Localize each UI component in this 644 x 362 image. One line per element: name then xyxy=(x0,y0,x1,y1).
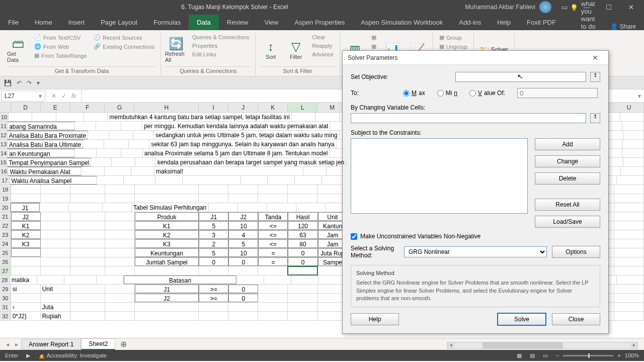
tab-aspen-sim[interactable]: Aspen Simulation Workbook xyxy=(353,15,451,30)
tab-help[interactable]: Help xyxy=(489,15,519,30)
accessibility[interactable]: 🙍 Accessibility: Investigate xyxy=(38,352,107,359)
tab-aspen-properties[interactable]: Aspen Properties xyxy=(286,15,353,30)
col-U[interactable]: U xyxy=(614,103,644,112)
solve-button[interactable]: Solve xyxy=(498,313,546,325)
filter-button[interactable]: ▽Filter xyxy=(285,33,307,66)
dialog-titlebar[interactable]: Solver Parameters ✕ xyxy=(343,51,608,65)
make-unconstrained-checkbox[interactable]: Make Unconstrained Variables Non-Negativ… xyxy=(351,233,600,240)
flash-fill[interactable]: ▦ xyxy=(369,33,378,42)
hscroll[interactable]: ◂▸ xyxy=(132,340,641,349)
delete-button[interactable]: Delete xyxy=(535,172,600,185)
options-button[interactable]: Options xyxy=(552,246,600,258)
col-G[interactable]: G xyxy=(105,103,134,112)
tab-review[interactable]: Review xyxy=(219,15,257,30)
sheet-tab-sheet2[interactable]: Sheet2 xyxy=(81,338,115,350)
close-button[interactable]: Close xyxy=(552,313,600,325)
objective-input[interactable] xyxy=(455,72,586,82)
tab-view[interactable]: View xyxy=(256,15,286,30)
tab-foxit[interactable]: Foxit PDF xyxy=(519,15,564,30)
chevron-down-icon[interactable]: ▾ xyxy=(39,93,42,100)
sort-button[interactable]: ↕Sort xyxy=(260,33,282,66)
scroll-thumb[interactable] xyxy=(482,342,563,348)
select-all[interactable] xyxy=(0,103,11,112)
zoom-level[interactable]: 100% xyxy=(625,352,639,358)
col-J[interactable]: J xyxy=(228,103,258,112)
col-F[interactable]: F xyxy=(70,103,105,112)
fx-icon[interactable]: fx xyxy=(71,93,76,100)
add-button[interactable]: Add xyxy=(535,138,600,150)
col-L[interactable]: L xyxy=(288,103,317,112)
scroll-left-icon[interactable]: ◂ xyxy=(447,342,454,348)
conn-icon: 🔗 xyxy=(94,43,101,50)
col-H[interactable]: H xyxy=(134,103,199,112)
avatar[interactable] xyxy=(539,1,551,13)
col-E[interactable]: E xyxy=(41,103,70,112)
share-button[interactable]: 👤Share xyxy=(602,23,644,30)
col-K[interactable]: K xyxy=(258,103,288,112)
zoom-in-icon[interactable]: + xyxy=(617,352,620,358)
get-data-button[interactable]: 🗃Get Data xyxy=(7,33,29,66)
range-picker-icon[interactable]: ↥ xyxy=(590,113,600,123)
sheet-tab-answer[interactable]: Answer Report 1 xyxy=(21,339,81,350)
load-save-button[interactable]: Load/Save xyxy=(535,216,600,228)
tab-nav-prev[interactable]: ◂ xyxy=(3,341,12,348)
ungroup-button[interactable]: ▦Ungroup xyxy=(437,42,469,51)
queries-button[interactable]: Queries & Connections xyxy=(190,33,251,41)
tab-page-layout[interactable]: Page Layout xyxy=(93,15,145,30)
tab-data[interactable]: Data xyxy=(189,15,218,30)
changing-cells-input[interactable] xyxy=(351,113,586,123)
edit-links-button[interactable]: Edit Links xyxy=(190,50,251,58)
reapply-button[interactable]: Reapply xyxy=(310,42,336,50)
refresh-all-button[interactable]: 🔄Refresh All xyxy=(165,33,187,66)
radio-valueof[interactable]: Value Of: xyxy=(469,89,505,97)
reset-all-button[interactable]: Reset All xyxy=(535,199,600,211)
add-sheet-button[interactable]: ⊕ xyxy=(115,339,132,349)
valueof-input[interactable] xyxy=(517,88,598,98)
advanced-button[interactable]: Advance xyxy=(310,50,336,58)
view-break-icon[interactable]: ▭ xyxy=(543,352,548,359)
col-I[interactable]: I xyxy=(199,103,228,112)
scroll-right-icon[interactable]: ▸ xyxy=(630,342,637,348)
expand-icon[interactable]: ▾ xyxy=(635,93,644,100)
properties-button[interactable]: Properties xyxy=(190,42,251,50)
tell-me[interactable]: 💡Tell me what you want to do xyxy=(564,0,602,30)
help-button[interactable]: Help xyxy=(351,313,399,325)
tab-nav-next[interactable]: ▸ xyxy=(12,341,21,348)
close-icon[interactable]: ✕ xyxy=(622,4,640,11)
from-text-button[interactable]: 📄From Text/CSV xyxy=(32,33,89,42)
range-picker-icon[interactable]: ↥ xyxy=(590,72,600,82)
view-normal-icon[interactable]: ▦ xyxy=(517,352,522,359)
zoom-slider[interactable] xyxy=(563,355,613,356)
col-D[interactable]: D xyxy=(11,103,41,112)
tab-file[interactable]: File xyxy=(0,15,27,30)
zoom-out-icon[interactable]: − xyxy=(556,352,559,358)
tab-formulas[interactable]: Formulas xyxy=(145,15,189,30)
redo-icon[interactable]: ↷ xyxy=(27,79,32,86)
chevron-down-icon[interactable]: ▾ xyxy=(37,79,40,86)
tab-addins[interactable]: Add-ins xyxy=(451,15,489,30)
enter-icon[interactable]: ✓ xyxy=(61,93,66,100)
maximize-icon[interactable]: ☐ xyxy=(600,4,618,11)
existing-conn-button[interactable]: 🔗Existing Connections xyxy=(92,42,156,51)
bulb-icon: 💡 xyxy=(570,4,578,12)
from-table-button[interactable]: ▦From Table/Range xyxy=(32,51,89,60)
remove-dup[interactable]: ▦ xyxy=(369,42,378,51)
group-button[interactable]: ▦Group xyxy=(437,33,469,42)
radio-max[interactable]: MMaxax xyxy=(403,89,425,97)
from-web-button[interactable]: 🌐From Web xyxy=(32,42,89,51)
macro-icon[interactable]: ▶ xyxy=(26,352,30,359)
view-layout-icon[interactable]: ▤ xyxy=(530,352,535,359)
change-button[interactable]: Change xyxy=(535,155,600,167)
solving-method-select[interactable]: GRG Nonlinear xyxy=(404,246,547,257)
recent-sources-button[interactable]: 🕘Recent Sources xyxy=(92,33,156,42)
radio-min[interactable]: Min xyxy=(437,89,457,97)
tab-insert[interactable]: Insert xyxy=(60,15,93,30)
cancel-icon[interactable]: ✕ xyxy=(51,93,56,100)
close-icon[interactable]: ✕ xyxy=(587,54,603,62)
tab-home[interactable]: Home xyxy=(27,15,60,30)
clear-button[interactable]: Clear xyxy=(310,33,336,41)
save-icon[interactable]: 💾 xyxy=(4,79,12,86)
constraints-list[interactable] xyxy=(351,138,528,214)
name-box[interactable]: L27▾ xyxy=(1,90,45,102)
undo-icon[interactable]: ↶ xyxy=(17,79,22,86)
